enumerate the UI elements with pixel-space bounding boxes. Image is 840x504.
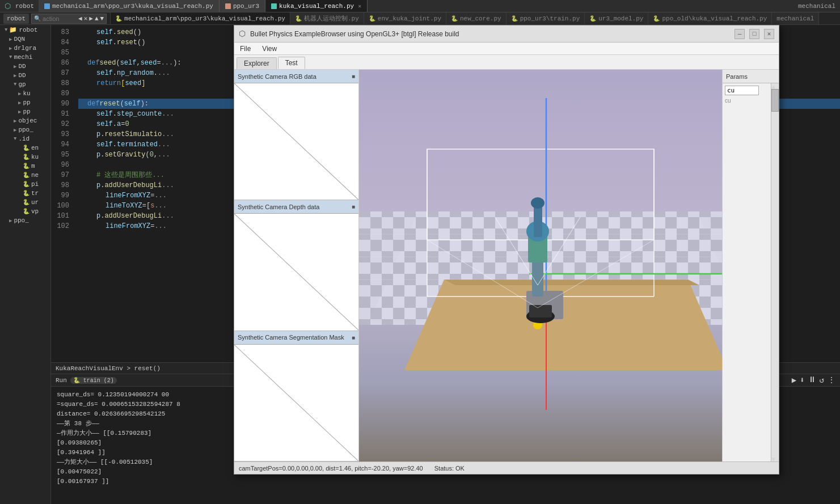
folder-icon: [225, 3, 231, 9]
editor-tab-ppo-old[interactable]: 🐍 ppo_old\kuka_visual_reach.py: [648, 12, 772, 24]
editor-tab-active[interactable]: 🐍 mechanical_arm\ppo_ur3\kuka_visual_rea…: [111, 12, 290, 24]
tree-item-dd2[interactable]: ▶ DD: [0, 71, 50, 80]
tab-explorer[interactable]: Explorer: [237, 57, 277, 69]
tree-arrow: ▶: [14, 63, 16, 70]
editor-tab-bar: robot 🔍 ◀ ✕ ▶ ▲ ▼ 🐍 mechanical_arm\ppo_u…: [0, 12, 840, 25]
nav-up-icon[interactable]: ▲: [95, 15, 99, 22]
params-panel: Params cu ▲ ▼: [722, 70, 779, 461]
cam-canvas-depth: [234, 214, 358, 330]
file-icon: 🐍: [23, 208, 29, 215]
cam-toggle-seg[interactable]: ■: [352, 334, 355, 341]
tree-item-mechi[interactable]: ▼ mechi: [0, 53, 50, 62]
menu-view[interactable]: View: [256, 43, 282, 55]
cam-toggle-rgb[interactable]: ■: [352, 73, 355, 79]
minimize-button[interactable]: —: [735, 29, 745, 39]
cam-title-rgb: Synthetic Camera RGB data: [238, 73, 349, 80]
cam-header-seg: Synthetic Camera Segmentation Mask ■: [234, 331, 358, 345]
close-button[interactable]: ✕: [764, 29, 774, 39]
svg-rect-32: [529, 305, 552, 317]
editor-tab-ur3-model[interactable]: 🐍 ur3_model.py: [585, 12, 648, 24]
scroll-up-btn[interactable]: ▲: [771, 83, 779, 89]
search-input[interactable]: [43, 15, 77, 22]
editor-tab-new-core[interactable]: 🐍 new_core.py: [446, 12, 506, 24]
bullet-window-title: Bullet Physics ExampleBrowser using Open…: [250, 30, 730, 38]
svg-rect-28: [534, 206, 542, 237]
tree-item-label: ur: [31, 199, 39, 206]
editor-tab-train[interactable]: 🐍 ppo_ur3\train.py: [506, 12, 585, 24]
camera-panel-rgb: Synthetic Camera RGB data ■: [234, 70, 358, 200]
tree-item-pp1[interactable]: ▶ pp: [0, 98, 50, 107]
svg-marker-13: [444, 279, 699, 285]
robot-label: robot: [3, 14, 29, 24]
run-down-icon[interactable]: ⬇: [800, 375, 804, 385]
tree-file-tr[interactable]: 🐍 tr: [0, 189, 50, 198]
tree-item-pp2[interactable]: ▶ pp: [0, 107, 50, 116]
tab-mechanical-arm[interactable]: mechanical_arm\ppo_ur3\kuka_visual_reach…: [39, 0, 220, 12]
tree-file-ur[interactable]: 🐍 ur: [0, 198, 50, 207]
run-refresh-icon[interactable]: ↺: [820, 375, 824, 385]
tree-file-ku[interactable]: 🐍 ku: [0, 153, 50, 162]
bullet-body: Synthetic Camera RGB data ■ Synthetic Ca…: [234, 70, 779, 461]
tree-item-ku[interactable]: ▶ ku: [0, 89, 50, 98]
tree-arrow: ▶: [18, 100, 21, 106]
tree-root-robot[interactable]: ▼ 📁 robot: [0, 25, 50, 35]
clear-search-icon[interactable]: ✕: [84, 15, 88, 22]
tree-item-label: ku: [23, 90, 30, 97]
tree-arrow: ▶: [14, 127, 16, 133]
bullet-titlebar: ⬡ Bullet Physics ExampleBrowser using Op…: [234, 26, 779, 43]
tree-file-m[interactable]: 🐍 m: [0, 162, 50, 171]
cam-placeholder-svg: [234, 83, 358, 200]
tab-close-icon[interactable]: ✕: [358, 3, 361, 10]
editor-tab-env-kuka[interactable]: 🐍 env_kuka_joint.py: [364, 12, 446, 24]
tab-ppo-ur3[interactable]: ppo_ur3: [220, 0, 265, 12]
params-scrollbar[interactable]: ▲ ▼: [771, 83, 779, 461]
python-icon: 🐍: [589, 15, 596, 22]
3d-viewport[interactable]: [359, 70, 722, 461]
tree-item-label: ppo_: [18, 126, 33, 133]
bullet-tab-bar: Explorer Test: [234, 55, 779, 70]
tree-item-drlgra[interactable]: ▶ drlgra: [0, 44, 50, 53]
tree-file-pi[interactable]: 🐍 pi: [0, 180, 50, 189]
python-icon: 🐍: [451, 15, 458, 22]
search-icon: 🔍: [34, 15, 41, 22]
tree-item-gp[interactable]: ▼ gp: [0, 80, 50, 89]
tree-item-objec[interactable]: ▶ objec: [0, 116, 50, 125]
cam-toggle-depth[interactable]: ■: [352, 204, 355, 210]
tree-item-dd1[interactable]: ▶ DD: [0, 62, 50, 71]
tree-item-label: ppo_: [14, 217, 28, 224]
tab-kuka-visual-reach[interactable]: kuka_visual_reach.py ✕: [265, 0, 368, 12]
scroll-down-btn[interactable]: ▼: [771, 456, 779, 461]
nav-back-icon[interactable]: ◀: [78, 15, 82, 22]
run-play-icon[interactable]: ▶: [792, 375, 796, 385]
tree-file-ne[interactable]: 🐍 ne: [0, 171, 50, 180]
nav-forward-icon[interactable]: ▶: [89, 15, 93, 22]
editor-tab-jiqi[interactable]: 🐍 机器人运动控制.py: [290, 12, 364, 24]
file-tree-panel: ▼ 📁 robot ▶ DQN ▶ drlgra ▼ mechi ▶ DD ▶ …: [0, 25, 51, 504]
file-tab-label: new_core.py: [460, 15, 501, 22]
params-input[interactable]: [725, 86, 759, 95]
scroll-thumb[interactable]: [771, 89, 779, 112]
menu-file[interactable]: File: [234, 43, 256, 55]
tree-arrow: ▶: [9, 36, 12, 43]
python-icon: 🐍: [511, 15, 518, 22]
tree-item-label: ne: [31, 172, 39, 179]
tree-item-ppo[interactable]: ▶ ppo_: [0, 125, 50, 134]
run-more-icon[interactable]: ⋮: [828, 375, 835, 385]
file-icon: 🐍: [23, 199, 29, 206]
tab-test[interactable]: Test: [278, 57, 305, 69]
run-stop-icon[interactable]: ⏸: [808, 375, 816, 385]
cam-header-rgb: Synthetic Camera RGB data ■: [234, 70, 358, 83]
params-body: cu ▲ ▼: [723, 83, 779, 461]
editor-tab-mechanical[interactable]: mechanical: [772, 12, 819, 24]
tree-item-label: DD: [18, 72, 26, 79]
maximize-button[interactable]: □: [749, 29, 759, 39]
tree-item-ppo-last[interactable]: ▶ ppo_: [0, 216, 50, 225]
tree-file-en[interactable]: 🐍 en: [0, 143, 50, 153]
file-icon: 🐍: [23, 190, 29, 197]
tree-item-dqn[interactable]: ▶ DQN: [0, 35, 50, 44]
tree-file-vp[interactable]: 🐍 vp: [0, 207, 50, 216]
file-icon: 🐍: [23, 181, 29, 188]
tree-item-id[interactable]: ▼ .id: [0, 134, 50, 143]
tree-item-label: DD: [18, 63, 26, 70]
nav-down-icon[interactable]: ▼: [100, 15, 104, 22]
